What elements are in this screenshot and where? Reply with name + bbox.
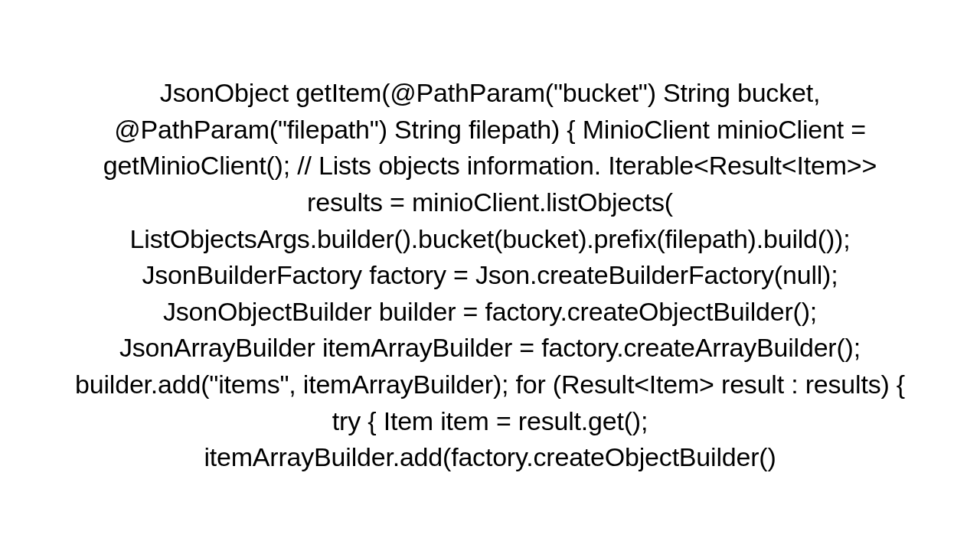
code-snippet: JsonObject getItem(@PathParam("bucket") … bbox=[69, 75, 911, 476]
